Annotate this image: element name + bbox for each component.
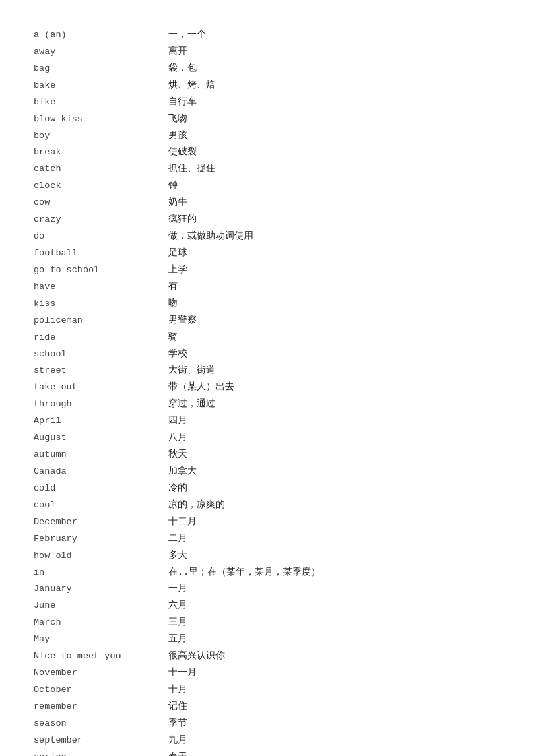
english-word: through (34, 396, 168, 413)
table-row: go to school上学 (34, 262, 500, 279)
table-row: take out带（某人）出去 (34, 379, 500, 396)
english-word: June (34, 598, 168, 615)
english-word: away (34, 44, 168, 61)
chinese-translation: 抓住、捉住 (168, 161, 500, 178)
english-word: football (34, 245, 168, 262)
table-row: crazy疯狂的 (34, 212, 500, 228)
table-row: cool凉的，凉爽的 (34, 497, 500, 514)
chinese-translation: 春天 (168, 749, 500, 756)
table-row: March三月 (34, 615, 500, 631)
english-word: clock (34, 178, 168, 195)
chinese-translation: 学校 (168, 346, 500, 363)
english-word: April (34, 413, 168, 430)
chinese-translation: 十二月 (168, 514, 500, 531)
chinese-translation: 做，或做助动词使用 (168, 228, 500, 245)
english-word: cool (34, 497, 168, 514)
chinese-translation: 飞吻 (168, 111, 500, 128)
chinese-translation: 一，一个 (168, 27, 500, 44)
table-row: do做，或做助动词使用 (34, 228, 500, 245)
english-word: boy (34, 128, 168, 145)
english-word: policeman (34, 313, 168, 329)
english-word: October (34, 682, 168, 699)
chinese-translation: 带（某人）出去 (168, 379, 500, 396)
chinese-translation: 记住 (168, 699, 500, 716)
chinese-translation: 凉的，凉爽的 (168, 497, 500, 514)
table-row: football足球 (34, 245, 500, 262)
chinese-translation: 男孩 (168, 128, 500, 145)
english-word: remember (34, 699, 168, 716)
table-row: bag袋，包 (34, 61, 500, 77)
chinese-translation: 疯狂的 (168, 212, 500, 228)
table-row: catch抓住、捉住 (34, 161, 500, 178)
chinese-translation: 三月 (168, 615, 500, 631)
chinese-translation: 吻 (168, 296, 500, 313)
english-word: January (34, 581, 168, 598)
table-row: spring春天 (34, 749, 500, 756)
english-word: how old (34, 548, 168, 565)
table-row: a (an)一，一个 (34, 27, 500, 44)
chinese-translation: 多大 (168, 548, 500, 565)
chinese-translation: 冷的 (168, 480, 500, 497)
table-row: bake烘、烤、焙 (34, 77, 500, 94)
chinese-translation: 十月 (168, 682, 500, 699)
table-row: policeman男警察 (34, 313, 500, 329)
chinese-translation: 自行车 (168, 94, 500, 111)
table-row: bike自行车 (34, 94, 500, 111)
chinese-translation: 在..里；在（某年，某月，某季度） (168, 565, 500, 581)
chinese-translation: 四月 (168, 413, 500, 430)
chinese-translation: 袋，包 (168, 61, 500, 77)
table-row: through穿过，通过 (34, 396, 500, 413)
english-word: go to school (34, 262, 168, 279)
table-row: autumn秋天 (34, 447, 500, 464)
english-word: autumn (34, 447, 168, 464)
english-word: do (34, 228, 168, 245)
chinese-translation: 有 (168, 279, 500, 296)
table-row: remember记住 (34, 699, 500, 716)
english-word: cold (34, 480, 168, 497)
english-word: break (34, 144, 168, 161)
english-word: kiss (34, 296, 168, 313)
table-row: season季节 (34, 716, 500, 732)
english-word: ride (34, 329, 168, 346)
table-row: November十一月 (34, 665, 500, 682)
table-row: boy男孩 (34, 128, 500, 145)
english-word: bake (34, 77, 168, 94)
table-row: break使破裂 (34, 144, 500, 161)
english-word: August (34, 430, 168, 447)
table-row: February二月 (34, 531, 500, 548)
chinese-translation: 奶牛 (168, 195, 500, 212)
english-word: street (34, 363, 168, 379)
chinese-translation: 离开 (168, 44, 500, 61)
english-word: a (an) (34, 27, 168, 44)
english-word: blow kiss (34, 111, 168, 128)
chinese-translation: 穿过，通过 (168, 396, 500, 413)
chinese-translation: 八月 (168, 430, 500, 447)
table-row: away离开 (34, 44, 500, 61)
chinese-translation: 烘、烤、焙 (168, 77, 500, 94)
chinese-translation: 加拿大 (168, 464, 500, 480)
english-word: take out (34, 379, 168, 396)
english-word: crazy (34, 212, 168, 228)
table-row: in在..里；在（某年，某月，某季度） (34, 565, 500, 581)
table-row: september九月 (34, 732, 500, 749)
chinese-translation: 五月 (168, 631, 500, 648)
chinese-translation: 秋天 (168, 447, 500, 464)
english-word: November (34, 665, 168, 682)
chinese-translation: 骑 (168, 329, 500, 346)
chinese-translation: 六月 (168, 598, 500, 615)
chinese-translation: 使破裂 (168, 144, 500, 161)
table-row: cow奶牛 (34, 195, 500, 212)
english-word: school (34, 346, 168, 363)
table-row: have有 (34, 279, 500, 296)
chinese-translation: 大街、街道 (168, 363, 500, 379)
table-row: kiss吻 (34, 296, 500, 313)
english-word: cow (34, 195, 168, 212)
chinese-translation: 钟 (168, 178, 500, 195)
chinese-translation: 季节 (168, 716, 500, 732)
english-word: December (34, 514, 168, 531)
table-row: blow kiss飞吻 (34, 111, 500, 128)
chinese-translation: 男警察 (168, 313, 500, 329)
table-row: April四月 (34, 413, 500, 430)
english-word: Canada (34, 464, 168, 480)
chinese-translation: 一月 (168, 581, 500, 598)
